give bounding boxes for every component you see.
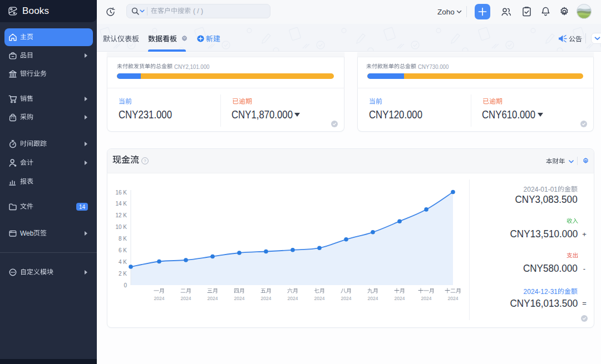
svg-text:?: ?: [144, 158, 146, 163]
